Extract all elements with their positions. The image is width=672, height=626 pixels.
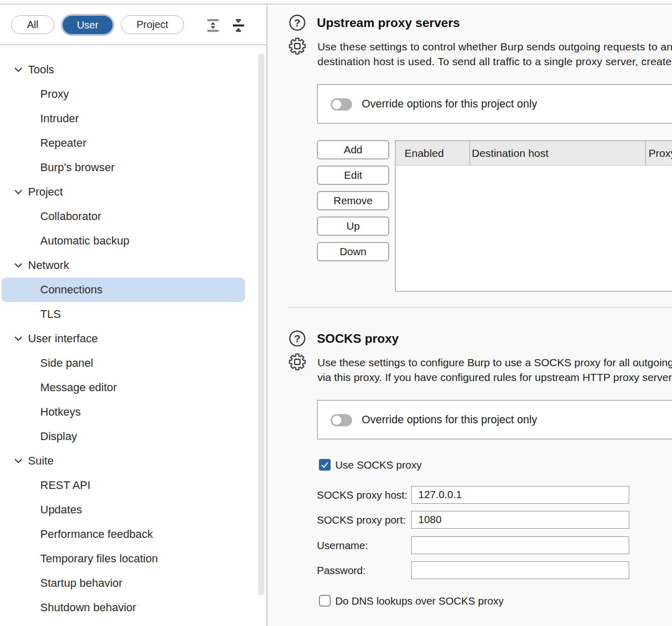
svg-text:?: ? xyxy=(294,17,301,29)
svg-text:?: ? xyxy=(294,333,301,344)
